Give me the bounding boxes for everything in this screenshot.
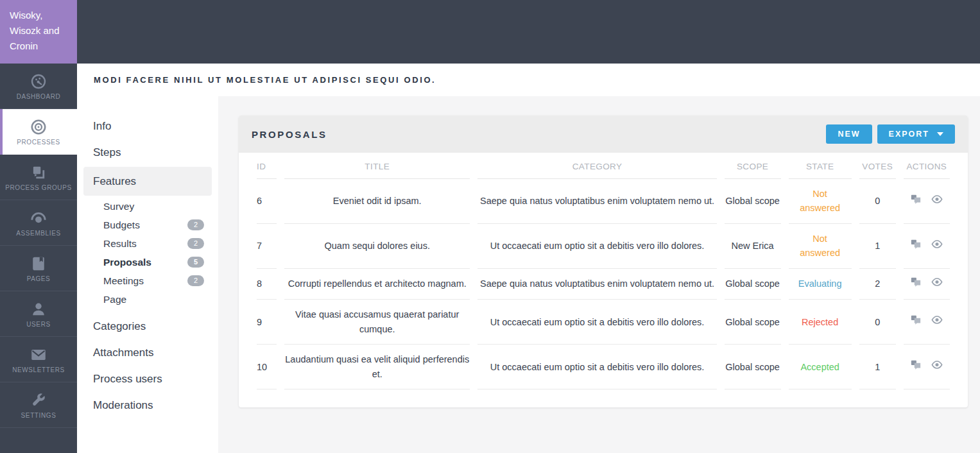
submenu-item-label: Moderations bbox=[93, 399, 153, 412]
sidebar-item-settings[interactable]: SETTINGS bbox=[0, 382, 77, 428]
state-label: Not answered bbox=[796, 187, 845, 216]
proposals-card: PROPOSALS NEW EXPORT ID TITLE CATEGORY S… bbox=[239, 115, 968, 407]
submenu-item-info[interactable]: Info bbox=[77, 113, 218, 139]
cell-title: Vitae quasi accusamus quaerat pariatur c… bbox=[284, 300, 470, 345]
column-header-actions: ACTIONS bbox=[904, 153, 950, 179]
sidebar-item-label: PROCESSES bbox=[17, 139, 60, 146]
submenu-item-label: Features bbox=[93, 175, 136, 188]
process-groups-icon bbox=[30, 164, 47, 182]
cell-actions bbox=[904, 224, 950, 269]
cell-state: Not answered bbox=[789, 224, 852, 269]
cell-scope: Global scope bbox=[725, 179, 781, 224]
sidebar-item-label: USERS bbox=[26, 321, 50, 328]
preview-icon[interactable] bbox=[931, 195, 943, 203]
top-bar bbox=[0, 0, 980, 64]
cell-votes: 2 bbox=[859, 269, 896, 300]
cell-state: Rejected bbox=[789, 300, 852, 345]
submenu-item-label: Meetings bbox=[103, 275, 144, 287]
sidebar-item-newsletters[interactable]: NEWSLETTERS bbox=[0, 337, 77, 382]
export-button-label: EXPORT bbox=[889, 130, 929, 139]
sidebar-item-process-groups[interactable]: PROCESS GROUPS bbox=[0, 155, 77, 200]
new-button[interactable]: NEW bbox=[826, 124, 872, 144]
cell-scope: Global scope bbox=[725, 345, 781, 389]
organization-brand[interactable]: Wisoky, Wisozk and Cronin bbox=[0, 0, 77, 64]
answer-icon[interactable] bbox=[910, 239, 922, 250]
preview-icon[interactable] bbox=[931, 240, 943, 248]
assemblies-icon bbox=[30, 209, 47, 227]
submenu-item-page[interactable]: Page bbox=[77, 290, 218, 309]
sidebar-item-users[interactable]: USERS bbox=[0, 291, 77, 337]
caret-down-icon bbox=[937, 132, 943, 136]
cell-title: Corrupti repellendus et architecto magna… bbox=[284, 269, 470, 300]
sidebar-item-label: DASHBOARD bbox=[17, 93, 61, 100]
sidebar-item-label: SETTINGS bbox=[21, 412, 56, 419]
pages-icon bbox=[31, 255, 46, 273]
count-badge: 2 bbox=[187, 238, 204, 249]
cell-scope: Global scope bbox=[725, 300, 781, 345]
cell-category: Saepe quia natus voluptatibus enim volup… bbox=[477, 179, 716, 224]
answer-icon[interactable] bbox=[910, 359, 922, 370]
count-badge: 2 bbox=[187, 275, 204, 286]
sidebar-item-dashboard[interactable]: DASHBOARD bbox=[0, 64, 77, 109]
column-header-state: STATE bbox=[789, 153, 852, 179]
cell-category: Ut occaecati eum optio sit a debitis ver… bbox=[477, 345, 716, 389]
preview-icon[interactable] bbox=[931, 361, 943, 369]
card-actions: NEW EXPORT bbox=[826, 124, 955, 144]
cell-title: Eveniet odit id ipsam. bbox=[284, 179, 470, 224]
cell-id: 8 bbox=[257, 269, 277, 300]
sidebar-item-pages[interactable]: PAGES bbox=[0, 246, 77, 291]
settings-icon bbox=[30, 391, 47, 409]
submenu-item-categories[interactable]: Categories bbox=[77, 313, 218, 339]
main-content: PROPOSALS NEW EXPORT ID TITLE CATEGORY S… bbox=[218, 96, 980, 453]
cell-scope: New Erica bbox=[725, 224, 781, 269]
export-button[interactable]: EXPORT bbox=[877, 124, 955, 144]
cell-category: Ut occaecati eum optio sit a debitis ver… bbox=[477, 300, 716, 345]
preview-icon[interactable] bbox=[931, 278, 943, 286]
card-header: PROPOSALS NEW EXPORT bbox=[239, 115, 968, 153]
cell-id: 7 bbox=[257, 224, 277, 269]
submenu-item-budgets[interactable]: Budgets2 bbox=[77, 216, 218, 234]
answer-icon[interactable] bbox=[910, 194, 922, 205]
submenu-item-label: Results bbox=[103, 238, 137, 250]
answer-icon[interactable] bbox=[910, 314, 922, 325]
cell-id: 9 bbox=[257, 300, 277, 345]
proposals-table: ID TITLE CATEGORY SCOPE STATE VOTES ACTI… bbox=[249, 153, 958, 389]
cell-category: Ut occaecati eum optio sit a debitis ver… bbox=[477, 224, 716, 269]
submenu-item-attachments[interactable]: Attachments bbox=[77, 339, 218, 366]
organization-name: Wisoky, Wisozk and Cronin bbox=[10, 10, 60, 51]
processes-icon bbox=[30, 118, 47, 136]
sidebar-item-label: NEWSLETTERS bbox=[12, 366, 65, 373]
page-title: MODI FACERE NIHIL UT MOLESTIAE UT ADIPIS… bbox=[94, 75, 436, 85]
cell-title: Laudantium quasi ea velit aliquid perfer… bbox=[284, 345, 470, 389]
submenu-item-steps[interactable]: Steps bbox=[77, 139, 218, 166]
submenu-item-results[interactable]: Results2 bbox=[77, 234, 218, 253]
preview-icon[interactable] bbox=[931, 316, 943, 324]
submenu-item-proposals[interactable]: Proposals5 bbox=[77, 253, 218, 271]
sidebar-item-label: PROCESS GROUPS bbox=[5, 184, 71, 191]
column-header-id: ID bbox=[257, 153, 277, 179]
cell-category: Saepe quia natus voluptatibus enim volup… bbox=[477, 269, 716, 300]
column-header-title: TITLE bbox=[284, 153, 470, 179]
newsletters-icon bbox=[30, 346, 47, 364]
submenu-item-label: Info bbox=[93, 120, 111, 133]
submenu-item-label: Survey bbox=[103, 201, 134, 212]
submenu-item-survey[interactable]: Survey bbox=[77, 197, 218, 216]
submenu-item-features[interactable]: Features bbox=[83, 167, 212, 196]
main-sidebar: DASHBOARD PROCESSES PROCESS GROUPS ASSEM… bbox=[0, 64, 77, 453]
sidebar-item-label: PAGES bbox=[27, 275, 51, 282]
table-row: 9 Vitae quasi accusamus quaerat pariatur… bbox=[257, 300, 950, 345]
submenu-item-meetings[interactable]: Meetings2 bbox=[77, 271, 218, 290]
submenu-item-label: Page bbox=[103, 294, 126, 305]
sidebar-item-assemblies[interactable]: ASSEMBLIES bbox=[0, 200, 77, 246]
table-row: 7 Quam sequi dolores eius. Ut occaecati … bbox=[257, 224, 950, 269]
card-title: PROPOSALS bbox=[252, 129, 327, 140]
count-badge: 5 bbox=[187, 257, 204, 268]
submenu-item-process-users[interactable]: Process users bbox=[77, 366, 218, 392]
submenu-item-moderations[interactable]: Moderations bbox=[77, 392, 218, 418]
cell-title: Quam sequi dolores eius. bbox=[284, 224, 470, 269]
content-header: MODI FACERE NIHIL UT MOLESTIAE UT ADIPIS… bbox=[77, 64, 980, 96]
answer-icon[interactable] bbox=[910, 277, 922, 287]
cell-actions bbox=[904, 300, 950, 345]
sidebar-item-processes[interactable]: PROCESSES bbox=[0, 109, 77, 155]
new-button-label: NEW bbox=[838, 130, 860, 139]
